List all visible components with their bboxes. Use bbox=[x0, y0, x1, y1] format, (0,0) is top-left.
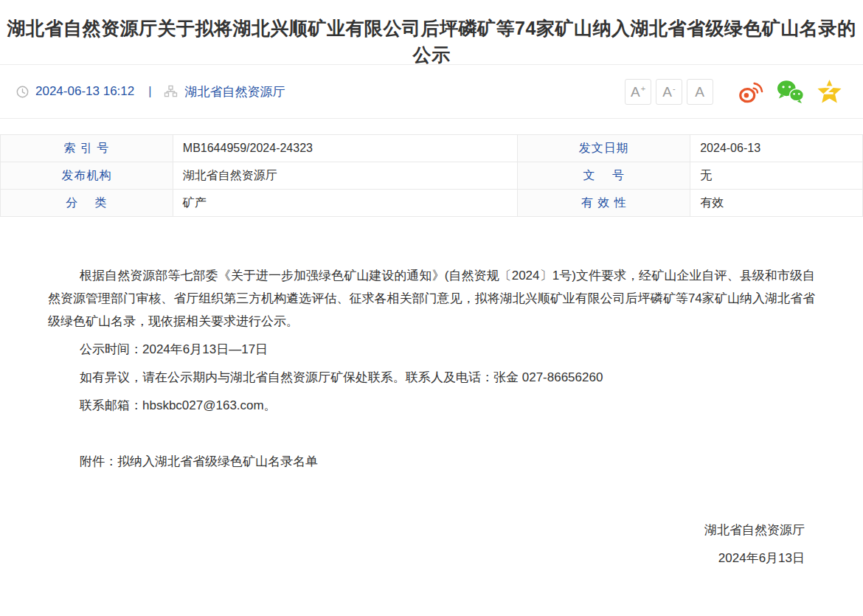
font-decrease-label: A bbox=[662, 85, 672, 99]
meta-toolbar: A+ A- A bbox=[625, 79, 842, 105]
publish-source[interactable]: 湖北省自然资源厅 bbox=[184, 83, 285, 100]
font-decrease-button[interactable]: A- bbox=[656, 79, 682, 105]
article-paragraph-contact: 如有异议，请在公示期内与湖北省自然资源厅矿保处联系。联系人及电话：张金 027-… bbox=[48, 366, 815, 389]
title-block: 湖北省自然资源厅关于拟将湖北兴顺矿业有限公司后坪磷矿等74家矿山纳入湖北省省级绿… bbox=[0, 0, 863, 65]
article-paragraph-public-period: 公示时间：2024年6月13日—17日 bbox=[48, 338, 815, 361]
table-row: 分 类 矿产 有 效 性 有效 bbox=[1, 190, 863, 217]
info-value-publisher: 湖北省自然资源厅 bbox=[173, 162, 518, 190]
department-icon bbox=[164, 85, 178, 99]
page-title: 湖北省自然资源厅关于拟将湖北兴顺矿业有限公司后坪磷矿等74家矿山纳入湖北省省级绿… bbox=[6, 15, 857, 69]
weibo-share-icon[interactable] bbox=[737, 79, 763, 104]
font-reset-button[interactable]: A bbox=[687, 79, 713, 105]
signature-department: 湖北省自然资源厅 bbox=[48, 519, 805, 541]
font-reset-label: A bbox=[695, 85, 704, 99]
info-label-issue-date: 发文日期 bbox=[518, 135, 690, 162]
font-decrease-mod: - bbox=[673, 85, 676, 93]
info-value-category: 矿产 bbox=[173, 190, 518, 217]
info-label-category: 分 类 bbox=[1, 190, 173, 217]
article-body: 根据自然资源部等七部委《关于进一步加强绿色矿山建设的通知》(自然资规〔2024〕… bbox=[0, 264, 863, 570]
info-label-validity: 有 效 性 bbox=[518, 190, 690, 217]
info-label-publisher: 发布机构 bbox=[1, 162, 173, 190]
meta-left: 2024-06-13 16:12 | 湖北省自然资源厅 bbox=[16, 83, 285, 100]
article-paragraph: 根据自然资源部等七部委《关于进一步加强绿色矿山建设的通知》(自然资规〔2024〕… bbox=[48, 264, 815, 333]
meta-separator: | bbox=[148, 85, 151, 98]
clock-icon bbox=[16, 86, 29, 98]
info-value-doc-number: 无 bbox=[690, 162, 863, 190]
info-value-validity: 有效 bbox=[690, 190, 863, 217]
font-increase-mod: + bbox=[641, 85, 645, 93]
info-value-index-number: MB1644959/2024-24323 bbox=[173, 135, 518, 162]
table-row: 发布机构 湖北省自然资源厅 文 号 无 bbox=[1, 162, 863, 190]
document-info-table: 索 引 号 MB1644959/2024-24323 发文日期 2024-06-… bbox=[0, 134, 863, 217]
article-paragraph-email: 联系邮箱：hbskbc027@163.com。 bbox=[48, 394, 815, 417]
info-label-index-number: 索 引 号 bbox=[1, 135, 173, 162]
meta-bar: 2024-06-13 16:12 | 湖北省自然资源厅 A+ A- A bbox=[0, 65, 863, 119]
font-increase-label: A bbox=[631, 85, 640, 99]
info-label-doc-number: 文 号 bbox=[518, 162, 690, 190]
font-increase-button[interactable]: A+ bbox=[625, 79, 651, 105]
info-value-issue-date: 2024-06-13 bbox=[690, 135, 863, 162]
signature-date: 2024年6月13日 bbox=[48, 547, 805, 570]
qzone-share-icon[interactable] bbox=[817, 79, 842, 104]
publish-datetime: 2024-06-13 16:12 bbox=[35, 84, 134, 99]
announcement-page: 湖北省自然资源厅关于拟将湖北兴顺矿业有限公司后坪磷矿等74家矿山纳入湖北省省级绿… bbox=[0, 0, 863, 616]
attachment-link[interactable]: 附件：拟纳入湖北省省级绿色矿山名录名单 bbox=[48, 450, 815, 473]
wechat-share-icon[interactable] bbox=[775, 79, 805, 104]
table-row: 索 引 号 MB1644959/2024-24323 发文日期 2024-06-… bbox=[1, 135, 863, 162]
